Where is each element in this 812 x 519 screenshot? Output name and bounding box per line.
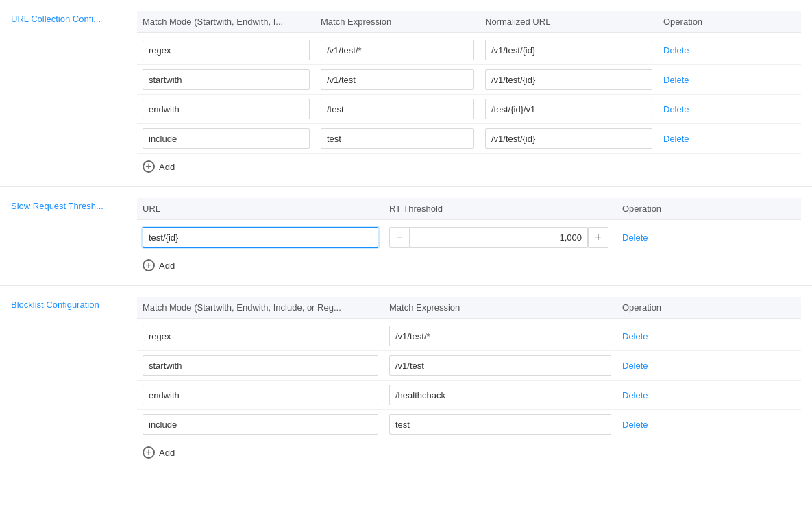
bl-col-op-header: Operation bbox=[617, 302, 672, 313]
norm-input-2[interactable] bbox=[485, 99, 652, 119]
url-cell bbox=[137, 227, 384, 248]
bl-expr-cell bbox=[384, 414, 617, 435]
slow-request-link-text: Slow Request Thresh... bbox=[11, 201, 103, 211]
expr-cell bbox=[315, 40, 480, 60]
add-icon: + bbox=[143, 259, 155, 271]
url-col-norm-header: Normalized URL bbox=[480, 16, 658, 27]
expr-input-1[interactable] bbox=[321, 69, 474, 90]
table-row: Delete bbox=[137, 65, 801, 95]
bl-mode-input-2[interactable] bbox=[143, 385, 378, 405]
bl-expr-cell bbox=[384, 326, 617, 346]
table-row: Delete bbox=[137, 351, 801, 381]
url-col-mode-header: Match Mode (Startwith, Endwith, I... bbox=[137, 16, 315, 27]
url-collection-label: URL Collection Confi... bbox=[0, 11, 137, 176]
delete-link-0[interactable]: Delete bbox=[663, 45, 689, 56]
expr-input-2[interactable] bbox=[321, 99, 474, 119]
spinner-plus-btn[interactable]: + bbox=[588, 227, 608, 248]
bl-mode-input-3[interactable] bbox=[143, 414, 378, 435]
url-col-expr-header: Match Expression bbox=[315, 16, 480, 27]
blocklist-add-label: Add bbox=[159, 448, 175, 458]
expr-cell bbox=[315, 69, 480, 90]
bl-col-mode-header: Match Mode (Startwith, Endwith, Include,… bbox=[137, 302, 384, 313]
bl-op-cell: Delete bbox=[617, 420, 672, 430]
blocklist-link[interactable]: Blocklist Configuration bbox=[11, 300, 99, 310]
mode-cell bbox=[137, 128, 315, 149]
op-cell: Delete bbox=[658, 104, 713, 114]
norm-cell bbox=[480, 40, 658, 60]
slow-col-url-header: URL bbox=[137, 204, 384, 214]
bl-op-cell: Delete bbox=[617, 361, 672, 371]
op-cell: Delete bbox=[617, 232, 672, 243]
rt-value-input[interactable] bbox=[410, 227, 588, 248]
table-row: Delete bbox=[137, 124, 801, 154]
bl-expr-input-0[interactable] bbox=[389, 326, 611, 346]
slow-request-add-row[interactable]: + Add bbox=[137, 252, 801, 274]
bl-mode-cell bbox=[137, 414, 384, 435]
mode-cell bbox=[137, 40, 315, 60]
url-collection-link[interactable]: URL Collection Confi... bbox=[11, 14, 101, 24]
bl-expr-input-3[interactable] bbox=[389, 414, 611, 435]
url-collection-add-row[interactable]: + Add bbox=[137, 154, 801, 176]
page-container: URL Collection Confi... Match Mode (Star… bbox=[0, 0, 812, 519]
blocklist-header: Match Mode (Startwith, Endwith, Include,… bbox=[137, 297, 801, 319]
norm-input-0[interactable] bbox=[485, 40, 652, 60]
add-icon: + bbox=[143, 160, 155, 173]
mode-input-1[interactable] bbox=[143, 69, 310, 90]
mode-cell bbox=[137, 99, 315, 119]
op-cell: Delete bbox=[658, 75, 713, 85]
expr-input-3[interactable] bbox=[321, 128, 474, 149]
add-icon: + bbox=[143, 446, 155, 459]
bl-op-cell: Delete bbox=[617, 331, 672, 341]
mode-input-2[interactable] bbox=[143, 99, 310, 119]
norm-input-3[interactable] bbox=[485, 128, 652, 149]
bl-mode-cell bbox=[137, 385, 384, 405]
bl-expr-input-1[interactable] bbox=[389, 355, 611, 376]
bl-mode-cell bbox=[137, 355, 384, 376]
op-cell: Delete bbox=[658, 45, 713, 56]
slow-request-section: Slow Request Thresh... URL RT Threshold … bbox=[0, 187, 812, 286]
bl-expr-input-2[interactable] bbox=[389, 385, 611, 405]
blocklist-link-text: Blocklist Configuration bbox=[11, 300, 99, 310]
bl-mode-input-0[interactable] bbox=[143, 326, 378, 346]
bl-delete-link-0[interactable]: Delete bbox=[622, 331, 648, 341]
norm-cell bbox=[480, 99, 658, 119]
slow-delete-link-0[interactable]: Delete bbox=[622, 232, 648, 243]
delete-link-3[interactable]: Delete bbox=[663, 134, 689, 144]
bl-delete-link-1[interactable]: Delete bbox=[622, 361, 648, 371]
table-row: Delete bbox=[137, 322, 801, 351]
spinner-minus-btn[interactable]: − bbox=[389, 227, 410, 248]
slow-request-content: URL RT Threshold Operation − + Delete bbox=[137, 198, 812, 274]
rt-cell: − + bbox=[384, 227, 617, 248]
slow-request-link[interactable]: Slow Request Thresh... bbox=[11, 201, 103, 211]
table-row: Delete bbox=[137, 381, 801, 410]
bl-mode-input-1[interactable] bbox=[143, 355, 378, 376]
rt-spinner: − + bbox=[389, 227, 608, 248]
slow-url-input-0[interactable] bbox=[143, 227, 378, 248]
bl-col-expr-header: Match Expression bbox=[384, 302, 617, 313]
blocklist-add-row[interactable]: + Add bbox=[137, 439, 801, 461]
expr-cell bbox=[315, 128, 480, 149]
blocklist-section: Blocklist Configuration Match Mode (Star… bbox=[0, 286, 812, 472]
table-row: Delete bbox=[137, 410, 801, 439]
bl-delete-link-2[interactable]: Delete bbox=[622, 390, 648, 400]
delete-link-1[interactable]: Delete bbox=[663, 75, 689, 85]
bl-op-cell: Delete bbox=[617, 390, 672, 400]
norm-input-1[interactable] bbox=[485, 69, 652, 90]
norm-cell bbox=[480, 128, 658, 149]
url-collection-header: Match Mode (Startwith, Endwith, I... Mat… bbox=[137, 11, 801, 33]
delete-link-2[interactable]: Delete bbox=[663, 104, 689, 114]
url-col-op-header: Operation bbox=[658, 16, 713, 27]
expr-cell bbox=[315, 99, 480, 119]
mode-cell bbox=[137, 69, 315, 90]
mode-input-3[interactable] bbox=[143, 128, 310, 149]
slow-request-header: URL RT Threshold Operation bbox=[137, 198, 801, 220]
slow-request-label: Slow Request Thresh... bbox=[0, 198, 137, 274]
bl-delete-link-3[interactable]: Delete bbox=[622, 420, 648, 430]
slow-col-rt-header: RT Threshold bbox=[384, 204, 617, 214]
blocklist-content: Match Mode (Startwith, Endwith, Include,… bbox=[137, 297, 812, 461]
url-collection-add-label: Add bbox=[159, 162, 175, 172]
slow-col-op-header: Operation bbox=[617, 204, 672, 214]
expr-input-0[interactable] bbox=[321, 40, 474, 60]
url-collection-section: URL Collection Confi... Match Mode (Star… bbox=[0, 0, 812, 187]
mode-input-0[interactable] bbox=[143, 40, 310, 60]
